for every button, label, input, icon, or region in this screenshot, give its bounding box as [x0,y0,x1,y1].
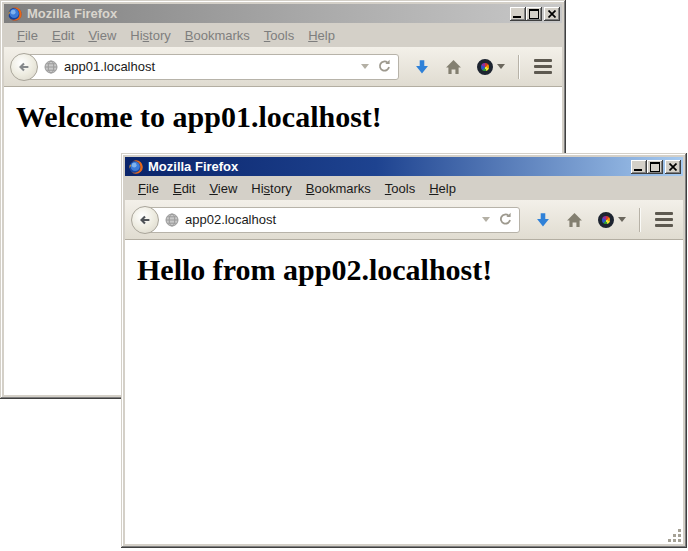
downloads-button[interactable] [414,59,430,75]
globe-icon [165,213,179,227]
search-engine-icon [598,212,614,228]
close-button[interactable] [544,7,560,21]
back-button[interactable] [10,53,38,81]
minimize-button[interactable] [510,7,526,21]
titlebar[interactable]: Mozilla Firefox [4,4,562,23]
chevron-down-icon [618,217,626,222]
menu-item-view[interactable]: View [202,178,244,199]
chevron-down-icon[interactable] [361,64,369,69]
menubar: File Edit View History Bookmarks Tools H… [4,23,562,47]
toolbar-separator [639,208,640,232]
menu-button[interactable] [534,59,552,74]
back-arrow-icon [17,59,31,75]
menu-item-bookmarks[interactable]: Bookmarks [178,25,257,46]
firefox-icon [128,159,144,175]
close-button[interactable] [665,160,681,174]
menu-item-view[interactable]: View [81,25,123,46]
toolbar-separator [518,55,519,79]
globe-icon [44,60,58,74]
browser-window-app02: Mozilla Firefox File Edit View History B… [121,153,687,548]
menu-item-history[interactable]: History [244,178,298,199]
maximize-button[interactable] [647,160,663,174]
menu-item-edit[interactable]: Edit [45,25,81,46]
reload-icon[interactable] [498,212,513,227]
menu-item-tools[interactable]: Tools [257,25,301,46]
home-icon [445,59,462,75]
home-button[interactable] [566,212,583,228]
minimize-icon [634,169,642,171]
minimize-button[interactable] [631,160,647,174]
navigation-toolbar: app02.localhost [125,200,683,240]
menu-item-help[interactable]: Help [422,178,463,199]
downloads-button[interactable] [535,212,551,228]
close-icon [548,10,556,18]
menu-item-tools[interactable]: Tools [378,178,422,199]
search-engine-icon [477,59,493,75]
maximize-icon [529,9,539,19]
menu-item-file[interactable]: File [131,178,166,199]
menu-item-edit[interactable]: Edit [166,178,202,199]
chevron-down-icon[interactable] [482,217,490,222]
menu-item-file[interactable]: File [10,25,45,46]
maximize-icon [650,162,660,172]
menu-item-history[interactable]: History [123,25,177,46]
firefox-icon [7,6,23,22]
titlebar[interactable]: Mozilla Firefox [125,157,683,176]
close-icon [669,163,677,171]
search-engine-button[interactable] [598,212,626,228]
back-button[interactable] [131,206,159,234]
navigation-toolbar: app01.localhost [4,47,562,87]
search-engine-button[interactable] [477,59,505,75]
page-heading: Hello from app02.localhost! [125,253,683,287]
maximize-button[interactable] [526,7,542,21]
menu-button[interactable] [655,212,673,227]
url-text: app02.localhost [185,212,482,227]
home-button[interactable] [445,59,462,75]
hamburger-menu-icon [655,212,673,227]
resize-grip[interactable] [667,528,681,542]
window-title: Mozilla Firefox [148,159,631,174]
reload-icon[interactable] [377,59,392,74]
url-bar[interactable]: app01.localhost [25,54,399,80]
download-arrow-icon [535,212,551,228]
url-bar[interactable]: app02.localhost [146,207,520,233]
back-arrow-icon [138,212,152,228]
url-text: app01.localhost [64,59,361,74]
content-area: Hello from app02.localhost! [125,240,683,544]
home-icon [566,212,583,228]
page-heading: Welcome to app01.localhost! [4,100,562,134]
minimize-icon [513,16,521,18]
menu-item-bookmarks[interactable]: Bookmarks [299,178,378,199]
menubar: File Edit View History Bookmarks Tools H… [125,176,683,200]
hamburger-menu-icon [534,59,552,74]
download-arrow-icon [414,59,430,75]
menu-item-help[interactable]: Help [301,25,342,46]
window-title: Mozilla Firefox [27,6,510,21]
chevron-down-icon [497,64,505,69]
